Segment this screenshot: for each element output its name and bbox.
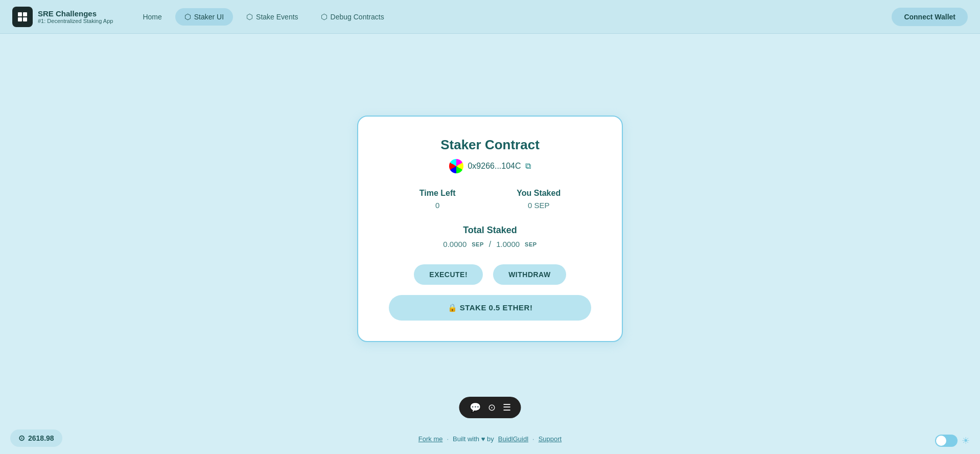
- nav-home-label: Home: [143, 13, 161, 21]
- time-left-stat: Time Left 0: [419, 189, 456, 210]
- time-left-label: Time Left: [419, 189, 456, 198]
- withdraw-button[interactable]: WITHDRAW: [493, 264, 566, 285]
- toggle-knob: [936, 436, 946, 446]
- total-staked-values: 0.0000 SEP / 1.0000 SEP: [389, 240, 591, 249]
- staker-contract-card: Staker Contract 0x9266...104C ⧉ Time Lef…: [357, 116, 623, 342]
- copy-address-icon[interactable]: ⧉: [525, 162, 531, 171]
- svg-rect-2: [18, 17, 22, 21]
- you-staked-value: 0 SEP: [528, 201, 550, 210]
- stake-button-label: 🔒 STAKE 0.5 ETHER!: [448, 303, 533, 312]
- logo-area: SRE Challenges #1: Decentralized Staking…: [12, 7, 113, 27]
- chat-message-button[interactable]: 💬: [470, 402, 481, 413]
- app-title: SRE Challenges: [38, 9, 113, 18]
- address-avatar: [449, 159, 463, 173]
- time-left-value: 0: [435, 201, 439, 210]
- app-logo-icon: [12, 7, 33, 27]
- action-buttons-row: EXECUTE! WITHDRAW: [389, 264, 591, 285]
- stake-events-icon: ⬡: [246, 12, 253, 21]
- nav-staker-ui[interactable]: ⬡ Staker UI: [175, 8, 233, 26]
- total-staked-label: Total Staked: [389, 225, 591, 236]
- price-icon: ⊙: [18, 434, 25, 443]
- total-staked-slash: /: [489, 240, 491, 249]
- contract-address-text: 0x9266...104C: [468, 162, 521, 171]
- nav-stake-events[interactable]: ⬡ Stake Events: [237, 8, 308, 26]
- price-badge: ⊙ 2618.98: [10, 429, 62, 447]
- logo-text: SRE Challenges #1: Decentralized Staking…: [38, 9, 113, 24]
- nav-debug-contracts[interactable]: ⬡ Debug Contracts: [312, 8, 393, 26]
- dark-mode-toggle[interactable]: [935, 435, 958, 447]
- svg-rect-3: [23, 17, 27, 21]
- author-link[interactable]: BuidlGuidl: [498, 435, 528, 443]
- nav-debug-contracts-label: Debug Contracts: [331, 13, 384, 21]
- footer-dot-1: ·: [447, 435, 449, 443]
- stats-row: Time Left 0 You Staked 0 SEP: [389, 189, 591, 210]
- theme-toggle: ☀: [935, 435, 970, 447]
- main-content: Staker Contract 0x9266...104C ⧉ Time Lef…: [0, 34, 980, 423]
- fork-me-link[interactable]: Fork me: [418, 435, 443, 443]
- app-subtitle: #1: Decentralized Staking App: [38, 18, 113, 24]
- price-value: 2618.98: [28, 434, 54, 442]
- chat-menu-button[interactable]: ☰: [503, 402, 511, 413]
- total-staked-section: Total Staked 0.0000 SEP / 1.0000 SEP: [389, 225, 591, 249]
- svg-rect-1: [23, 12, 27, 16]
- main-nav: Home ⬡ Staker UI ⬡ Stake Events ⬡ Debug …: [133, 8, 892, 26]
- nav-stake-events-label: Stake Events: [256, 13, 298, 21]
- connect-wallet-button[interactable]: Connect Wallet: [892, 8, 968, 26]
- sun-icon: ☀: [962, 435, 970, 446]
- total-staked-max-unit: SEP: [525, 241, 537, 247]
- svg-rect-0: [18, 12, 22, 16]
- header: SRE Challenges #1: Decentralized Staking…: [0, 0, 980, 34]
- total-staked-current-unit: SEP: [472, 241, 484, 247]
- nav-staker-ui-label: Staker UI: [194, 13, 224, 21]
- footer: Fork me · Built with ♥ by BuidlGuidl · S…: [0, 423, 980, 454]
- stake-ether-button[interactable]: 🔒 STAKE 0.5 ETHER!: [389, 295, 591, 321]
- total-staked-max: 1.0000: [496, 240, 520, 248]
- support-link[interactable]: Support: [539, 435, 562, 443]
- footer-dot-2: ·: [532, 435, 534, 443]
- you-staked-stat: You Staked 0 SEP: [517, 189, 561, 210]
- nav-home[interactable]: Home: [133, 9, 171, 25]
- card-title: Staker Contract: [389, 137, 591, 153]
- staker-ui-icon: ⬡: [184, 12, 191, 21]
- built-with-text: Built with ♥ by: [453, 435, 494, 443]
- you-staked-label: You Staked: [517, 189, 561, 198]
- debug-contracts-icon: ⬡: [321, 12, 328, 21]
- contract-address-row: 0x9266...104C ⧉: [389, 159, 591, 173]
- total-staked-current: 0.0000: [443, 240, 466, 248]
- execute-button[interactable]: EXECUTE!: [414, 264, 483, 285]
- chat-widget: 💬 ⊙ ☰: [459, 397, 521, 418]
- chat-circle-button[interactable]: ⊙: [488, 402, 496, 413]
